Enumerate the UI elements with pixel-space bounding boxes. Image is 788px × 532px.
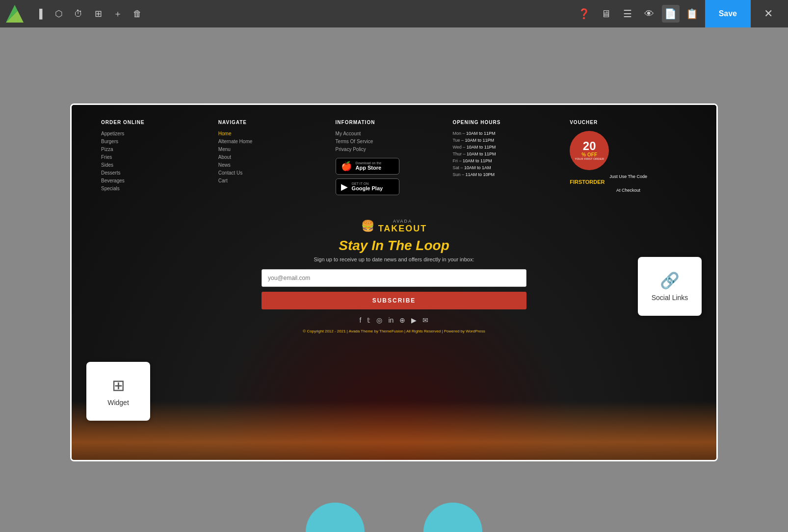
nav-home-link[interactable]: Home bbox=[218, 131, 336, 136]
hours-row: Sat – 10AM to 1AM bbox=[452, 165, 570, 170]
list-item[interactable]: Desserts bbox=[101, 170, 218, 176]
newsletter-section: 🍔 AVADA TAKEOUT Stay In The Loop Sign up… bbox=[72, 214, 716, 341]
list-item[interactable]: Fries bbox=[101, 154, 218, 160]
avada-logo bbox=[6, 5, 24, 23]
navigate-title: NAVIGATE bbox=[218, 120, 336, 125]
voucher-small: YOUR FIRST ORDER bbox=[575, 157, 604, 160]
opening-hours-col: OPENING HOURS Mon – 10AM to 11PM Tue – 1… bbox=[452, 120, 570, 199]
app-store-text: Download on the App Store bbox=[356, 161, 382, 171]
google-play-icon: ▶ bbox=[341, 181, 348, 192]
template-btn[interactable]: 📋 bbox=[683, 5, 701, 23]
delete-btn[interactable]: 🗑 bbox=[130, 6, 145, 22]
instagram-icon[interactable]: ◎ bbox=[376, 316, 382, 324]
nav-contact-link[interactable]: Contact Us bbox=[218, 170, 336, 176]
nav-news-link[interactable]: News bbox=[218, 162, 336, 168]
footer-section: ORDER ONLINE Appetizers Burgers Pizza Fr… bbox=[72, 105, 716, 214]
google-play-button[interactable]: ▶ GET IT ON Google Play bbox=[336, 178, 399, 195]
page-btn[interactable]: 📄 bbox=[662, 5, 680, 23]
layers-btn[interactable]: ⬡ bbox=[51, 6, 67, 22]
voucher-text1: Just Use The Code bbox=[570, 174, 687, 179]
stay-subtitle: Sign up to receive up to date news and o… bbox=[101, 256, 687, 262]
facebook-icon[interactable]: f bbox=[360, 316, 362, 324]
voucher-code: FIRSTORDER bbox=[570, 179, 687, 185]
voucher-circle: 20 % OFF YOUR FIRST ORDER bbox=[570, 131, 609, 170]
list-item[interactable]: Sides bbox=[101, 162, 218, 168]
list-item[interactable]: Pizza bbox=[101, 147, 218, 152]
burger-icon: 🍔 bbox=[361, 220, 374, 232]
order-online-col: ORDER ONLINE Appetizers Burgers Pizza Fr… bbox=[101, 120, 218, 199]
preview-btn[interactable]: 👁 bbox=[640, 5, 658, 23]
history-btn[interactable]: ⏱ bbox=[71, 6, 86, 22]
linkedin-icon[interactable]: in bbox=[388, 316, 394, 324]
pizza-background bbox=[72, 401, 716, 460]
hours-row: Mon – 10AM to 11PM bbox=[452, 131, 570, 136]
youtube-icon[interactable]: ▶ bbox=[411, 316, 417, 324]
subscribe-button[interactable]: SUBSCRIBE bbox=[262, 292, 526, 309]
list-item[interactable]: Specials bbox=[101, 186, 218, 191]
list-item[interactable]: Appetizers bbox=[101, 131, 218, 136]
link-icon: 🔗 bbox=[660, 271, 680, 290]
toolbar: ▐ ⬡ ⏱ ⊞ ＋ 🗑 ❓ 🖥 ☰ 👁 📄 📋 Save ✕ bbox=[0, 0, 788, 27]
hours-row: Tue – 10AM to 11PM bbox=[452, 138, 570, 143]
hours-row: Wed – 10AM to 11PM bbox=[452, 145, 570, 150]
google-play-text: GET IT ON Google Play bbox=[352, 182, 383, 191]
settings-btn[interactable]: ⊞ bbox=[90, 6, 106, 22]
opening-hours-title: OPENING HOURS bbox=[452, 120, 570, 125]
email-icon[interactable]: ✉ bbox=[422, 316, 428, 324]
info-account-link[interactable]: My Account bbox=[336, 131, 453, 136]
voucher-percent: 20 bbox=[583, 140, 596, 152]
nav-about-link[interactable]: About bbox=[218, 154, 336, 160]
help-btn[interactable]: ❓ bbox=[576, 5, 593, 23]
copyright-text: © Copyright 2012 - 2021 | Avada Theme by… bbox=[101, 329, 687, 336]
hours-row: Thur – 10AM to 11PM bbox=[452, 152, 570, 156]
list-item[interactable]: Burgers bbox=[101, 139, 218, 144]
email-input[interactable] bbox=[262, 269, 526, 287]
footer-columns: ORDER ONLINE Appetizers Burgers Pizza Fr… bbox=[101, 120, 687, 199]
blue-circle-right bbox=[423, 503, 482, 532]
blue-circle-left bbox=[306, 503, 365, 532]
voucher-title: VOUCHER bbox=[570, 120, 687, 125]
hours-row: Sun – 11AM to 10PM bbox=[452, 172, 570, 177]
info-privacy-link[interactable]: Privacy Policy bbox=[336, 147, 453, 152]
layout-btn[interactable]: ☰ bbox=[619, 5, 636, 23]
sidebar-toggle-btn[interactable]: ▐ bbox=[31, 6, 47, 22]
twitter-icon[interactable]: 𝕥 bbox=[367, 316, 370, 324]
apple-icon: 🍎 bbox=[341, 161, 352, 172]
rss-icon[interactable]: ⊕ bbox=[399, 316, 405, 324]
brand-logo: 🍔 AVADA TAKEOUT bbox=[101, 219, 687, 234]
add-btn[interactable]: ＋ bbox=[110, 6, 126, 22]
social-row: f 𝕥 ◎ in ⊕ ▶ ✉ bbox=[101, 316, 687, 324]
widget-icon: ⊞ bbox=[112, 376, 125, 395]
canvas-wrapper: ORDER ONLINE Appetizers Burgers Pizza Fr… bbox=[0, 27, 788, 532]
nav-menu-link[interactable]: Menu bbox=[218, 147, 336, 152]
save-button[interactable]: Save bbox=[705, 0, 751, 27]
widget-label: Widget bbox=[107, 399, 129, 406]
list-item[interactable]: Beverages bbox=[101, 178, 218, 183]
desktop-btn[interactable]: 🖥 bbox=[597, 5, 615, 23]
order-online-title: ORDER ONLINE bbox=[101, 120, 218, 125]
information-col: INFORMATION My Account Terms Of Service … bbox=[336, 120, 453, 199]
social-links-card[interactable]: 🔗 Social Links bbox=[638, 257, 702, 316]
information-title: INFORMATION bbox=[336, 120, 453, 125]
brand-name: TAKEOUT bbox=[378, 224, 427, 234]
voucher-text2: At Checkout bbox=[570, 188, 687, 193]
voucher-col: VOUCHER 20 % OFF YOUR FIRST ORDER Just U… bbox=[570, 120, 687, 199]
app-store-button[interactable]: 🍎 Download on the App Store bbox=[336, 158, 399, 175]
nav-cart-link[interactable]: Cart bbox=[218, 178, 336, 183]
bottom-circles-area bbox=[0, 483, 788, 532]
brand-sub: AVADA bbox=[378, 219, 427, 224]
close-button[interactable]: ✕ bbox=[755, 0, 782, 27]
hours-row: Fri – 10AM to 11PM bbox=[452, 158, 570, 163]
page-preview: ORDER ONLINE Appetizers Burgers Pizza Fr… bbox=[70, 103, 718, 461]
stay-title: Stay In The Loop bbox=[101, 238, 687, 253]
nav-alternate-link[interactable]: Alternate Home bbox=[218, 139, 336, 144]
social-links-label: Social Links bbox=[652, 294, 688, 302]
info-terms-link[interactable]: Terms Of Service bbox=[336, 139, 453, 144]
navigate-col: NAVIGATE Home Alternate Home Menu About … bbox=[218, 120, 336, 199]
voucher-off: % OFF bbox=[581, 152, 597, 157]
widget-card[interactable]: ⊞ Widget bbox=[86, 362, 150, 421]
